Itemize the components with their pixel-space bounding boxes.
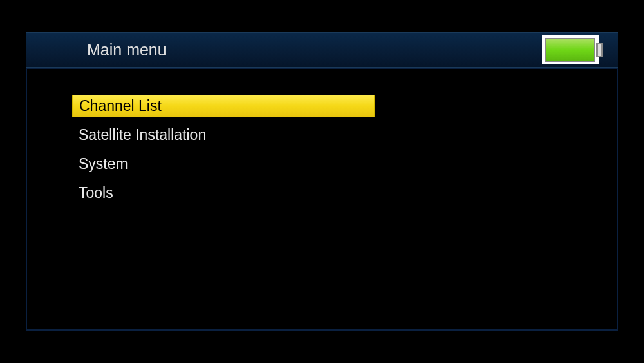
menu-item-label: Tools [79, 184, 113, 202]
menu-item-label: Channel List [79, 97, 162, 115]
menu-item-tools[interactable]: Tools [72, 182, 375, 204]
menu-item-satellite-installation[interactable]: Satellite Installation [72, 124, 375, 146]
menu-item-channel-list[interactable]: Channel List [72, 95, 375, 117]
menu-item-label: Satellite Installation [79, 126, 206, 144]
menu-item-system[interactable]: System [72, 153, 375, 175]
header-bar: Main menu [26, 32, 618, 68]
battery-tip [596, 43, 603, 57]
battery-icon [542, 35, 599, 64]
battery-body [545, 38, 595, 62]
menu-container: Channel List Satellite Installation Syst… [26, 68, 618, 331]
menu-item-label: System [79, 155, 128, 173]
page-title: Main menu [87, 41, 167, 59]
